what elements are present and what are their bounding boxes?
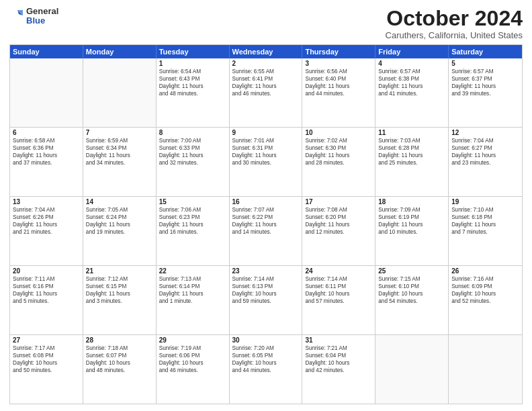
day-number: 1	[159, 60, 226, 67]
calendar-cell	[449, 335, 522, 404]
calendar-cell: 20Sunrise: 7:11 AMSunset: 6:16 PMDayligh…	[10, 266, 83, 334]
cell-line: Sunrise: 7:21 AM	[305, 345, 372, 352]
cell-line: Sunset: 6:15 PM	[86, 283, 153, 290]
cell-line: and 57 minutes.	[305, 298, 372, 305]
cell-line: Sunset: 6:37 PM	[451, 75, 519, 83]
calendar-cell: 21Sunrise: 7:12 AMSunset: 6:15 PMDayligh…	[83, 266, 157, 334]
calendar-row: 6Sunrise: 6:58 AMSunset: 6:36 PMDaylight…	[10, 127, 522, 196]
day-number: 9	[232, 129, 300, 136]
cell-line: and 44 minutes.	[305, 90, 372, 97]
location: Caruthers, California, United States	[386, 30, 523, 40]
calendar-cell	[83, 58, 157, 127]
cell-line: Sunset: 6:18 PM	[451, 214, 519, 221]
cell-line: Sunrise: 7:00 AM	[159, 137, 226, 144]
cell-line: Daylight: 11 hours	[159, 290, 226, 298]
day-number: 26	[451, 267, 519, 275]
calendar-cell	[375, 335, 449, 404]
calendar-cell: 18Sunrise: 7:09 AMSunset: 6:19 PMDayligh…	[375, 197, 449, 265]
title-area: October 2024 Caruthers, California, Unit…	[386, 7, 523, 40]
calendar-header-cell: Sunday	[10, 45, 83, 58]
cell-line: Sunset: 6:04 PM	[305, 352, 372, 359]
cell-line: Sunrise: 7:01 AM	[232, 137, 300, 144]
cell-line: Sunset: 6:10 PM	[378, 283, 445, 290]
cell-line: Sunset: 6:26 PM	[13, 214, 80, 221]
cell-line: Sunset: 6:27 PM	[451, 144, 519, 152]
calendar-cell: 26Sunrise: 7:16 AMSunset: 6:09 PMDayligh…	[449, 266, 522, 334]
page: General Blue October 2024 Caruthers, Cal…	[0, 0, 532, 411]
cell-line: and 1 minute.	[159, 298, 226, 305]
header: General Blue October 2024 Caruthers, Cal…	[9, 7, 523, 40]
cell-line: Sunrise: 7:14 AM	[305, 275, 372, 283]
day-number: 17	[305, 198, 372, 205]
cell-line: Sunrise: 6:56 AM	[305, 68, 372, 75]
calendar-cell: 3Sunrise: 6:56 AMSunset: 6:40 PMDaylight…	[302, 58, 375, 127]
cell-line: Sunset: 6:09 PM	[451, 283, 519, 290]
cell-line: Sunset: 6:40 PM	[305, 75, 372, 83]
logo: General Blue	[9, 7, 58, 26]
cell-line: and 25 minutes.	[378, 159, 445, 167]
cell-line: and 46 minutes.	[232, 90, 300, 97]
calendar-cell	[10, 58, 83, 127]
cell-line: Sunrise: 7:07 AM	[232, 206, 300, 214]
day-number: 6	[13, 129, 80, 136]
calendar-cell: 6Sunrise: 6:58 AMSunset: 6:36 PMDaylight…	[10, 128, 83, 196]
cell-line: Sunset: 6:28 PM	[378, 144, 445, 152]
logo-general: General	[26, 7, 58, 16]
cell-line: Daylight: 11 hours	[86, 221, 153, 228]
calendar-cell: 2Sunrise: 6:55 AMSunset: 6:41 PMDaylight…	[230, 58, 303, 127]
calendar-cell: 9Sunrise: 7:01 AMSunset: 6:31 PMDaylight…	[230, 128, 303, 196]
cell-line: Sunset: 6:11 PM	[305, 283, 372, 290]
cell-line: Sunrise: 7:09 AM	[378, 206, 445, 214]
day-number: 11	[378, 129, 445, 136]
cell-line: and 48 minutes.	[159, 90, 226, 97]
cell-line: and 19 minutes.	[86, 228, 153, 236]
calendar-header: SundayMondayTuesdayWednesdayThursdayFrid…	[10, 45, 522, 58]
cell-line: Daylight: 11 hours	[305, 83, 372, 90]
day-number: 18	[378, 198, 445, 205]
cell-line: and 7 minutes.	[451, 228, 519, 236]
cell-line: Sunset: 6:08 PM	[13, 352, 80, 359]
cell-line: Daylight: 11 hours	[159, 152, 226, 159]
cell-line: Sunset: 6:43 PM	[159, 75, 226, 83]
calendar-row: 1Sunrise: 6:54 AMSunset: 6:43 PMDaylight…	[10, 58, 522, 127]
cell-line: Daylight: 11 hours	[86, 152, 153, 159]
cell-line: and 50 minutes.	[13, 367, 80, 374]
calendar-cell: 5Sunrise: 6:57 AMSunset: 6:37 PMDaylight…	[449, 58, 522, 127]
cell-line: and 52 minutes.	[451, 298, 519, 305]
cell-line: Sunrise: 7:05 AM	[86, 206, 153, 214]
cell-line: Sunset: 6:31 PM	[232, 144, 300, 152]
cell-line: Sunrise: 7:20 AM	[232, 345, 300, 352]
cell-line: Sunset: 6:14 PM	[159, 283, 226, 290]
day-number: 30	[232, 336, 300, 344]
day-number: 19	[451, 198, 519, 205]
cell-line: Daylight: 10 hours	[232, 290, 300, 298]
calendar-header-cell: Saturday	[449, 45, 522, 58]
cell-line: Sunset: 6:24 PM	[86, 214, 153, 221]
cell-line: Daylight: 11 hours	[13, 290, 80, 298]
cell-line: Daylight: 11 hours	[378, 152, 445, 159]
calendar-cell: 27Sunrise: 7:17 AMSunset: 6:08 PMDayligh…	[10, 335, 83, 404]
cell-line: and 59 minutes.	[232, 298, 300, 305]
cell-line: Daylight: 10 hours	[451, 290, 519, 298]
calendar-cell: 4Sunrise: 6:57 AMSunset: 6:38 PMDaylight…	[375, 58, 449, 127]
cell-line: Sunrise: 6:59 AM	[86, 137, 153, 144]
day-number: 14	[86, 198, 153, 205]
cell-line: and 3 minutes.	[86, 298, 153, 305]
cell-line: Daylight: 10 hours	[305, 359, 372, 367]
cell-line: and 54 minutes.	[378, 298, 445, 305]
calendar-row: 27Sunrise: 7:17 AMSunset: 6:08 PMDayligh…	[10, 334, 522, 404]
cell-line: Sunrise: 7:08 AM	[305, 206, 372, 214]
day-number: 5	[451, 60, 519, 67]
cell-line: Daylight: 11 hours	[13, 152, 80, 159]
calendar-cell: 29Sunrise: 7:19 AMSunset: 6:06 PMDayligh…	[157, 335, 230, 404]
cell-line: Sunrise: 7:18 AM	[86, 345, 153, 352]
cell-line: and 30 minutes.	[232, 159, 300, 167]
cell-line: Sunrise: 6:57 AM	[451, 68, 519, 75]
calendar-cell: 28Sunrise: 7:18 AMSunset: 6:07 PMDayligh…	[83, 335, 157, 404]
cell-line: Sunrise: 6:58 AM	[13, 137, 80, 144]
month-title: October 2024	[386, 7, 523, 30]
calendar-cell: 12Sunrise: 7:04 AMSunset: 6:27 PMDayligh…	[449, 128, 522, 196]
cell-line: and 10 minutes.	[378, 228, 445, 236]
cell-line: and 16 minutes.	[159, 228, 226, 236]
cell-line: Daylight: 11 hours	[451, 83, 519, 90]
